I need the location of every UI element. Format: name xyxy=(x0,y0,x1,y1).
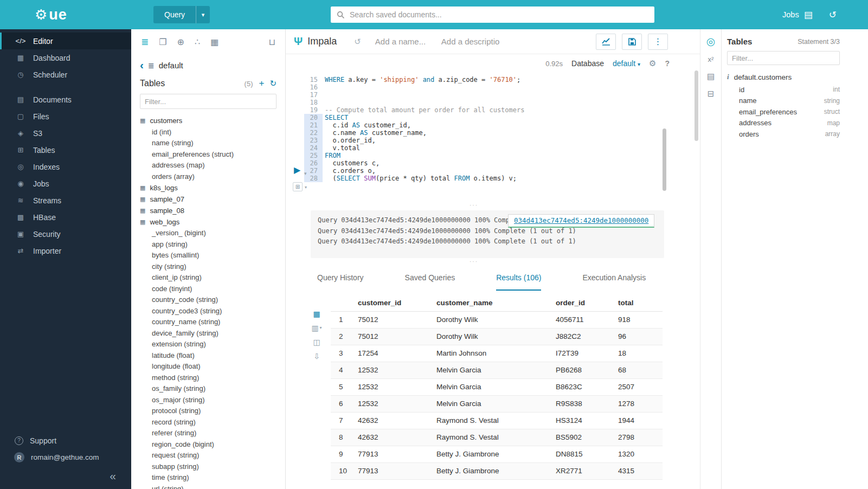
column-item[interactable]: url (string) xyxy=(140,483,277,489)
apps-grid-icon[interactable]: ▦ xyxy=(210,37,218,47)
code-line[interactable]: v.total xyxy=(323,144,360,152)
table-item-web_logs[interactable]: ▦web_logs xyxy=(140,216,277,228)
table-item-customers[interactable]: ▦customers xyxy=(140,115,277,126)
schedule-icon[interactable]: ⊟ xyxy=(708,89,715,98)
search-input[interactable] xyxy=(350,10,648,19)
sidebar-item-hbase[interactable]: ▩HBase xyxy=(0,209,131,226)
column-item[interactable]: record (string) xyxy=(140,416,277,428)
sidebar-item-dashboard[interactable]: ▦Dashboard xyxy=(0,49,131,66)
table-item-sample_08[interactable]: ▦sample_08 xyxy=(140,205,277,216)
assist-column-row[interactable]: email_preferencesstruct xyxy=(727,106,840,118)
table-row[interactable]: 977913Betty J. GiambroneDN88151320 xyxy=(331,446,663,462)
sitemap-icon[interactable]: ∴ xyxy=(195,37,200,47)
code-line[interactable]: o.order_id, xyxy=(323,137,376,144)
code-line[interactable]: customers c, xyxy=(323,159,380,167)
documents-copy-icon[interactable]: ❐ xyxy=(159,37,166,47)
zoom-in-icon[interactable]: ⊕ xyxy=(177,37,184,47)
run-query-button[interactable]: ▶ xyxy=(294,166,300,175)
hue-logo[interactable]: ⚙ ue xyxy=(35,0,67,29)
code-line[interactable]: FROM xyxy=(323,152,340,159)
code-line[interactable]: SELECT xyxy=(323,114,348,121)
column-item[interactable]: client_ip (string) xyxy=(140,272,277,284)
table-row[interactable]: 512532Melvin GarciaB8623C2507 xyxy=(331,378,663,395)
assist-column-row[interactable]: addressesmap xyxy=(727,118,840,129)
quick-query-icon[interactable]: ◎ xyxy=(706,36,716,47)
sidebar-item-editor[interactable]: </>Editor xyxy=(0,33,131,49)
sidebar-item-tables[interactable]: ⊞Tables xyxy=(0,141,131,158)
snippet-settings-button[interactable]: ⊞ xyxy=(293,182,303,191)
query-description-input[interactable] xyxy=(441,37,500,46)
editor-scrollbar[interactable] xyxy=(663,128,666,191)
more-actions-button[interactable]: ⋮ xyxy=(648,34,668,50)
code-line[interactable] xyxy=(323,99,329,106)
column-item[interactable]: device_family (string) xyxy=(140,327,277,339)
tab-saved-queries[interactable]: Saved Queries xyxy=(405,273,455,291)
databases-source-icon[interactable]: ≣ xyxy=(141,36,149,48)
log-resize-handle-bottom[interactable]: ··· xyxy=(286,260,662,263)
back-chevron-icon[interactable]: ‹ xyxy=(140,61,144,70)
column-item[interactable]: id (int) xyxy=(140,126,277,138)
tab-results-106[interactable]: Results (106) xyxy=(496,273,541,291)
column-item[interactable]: country_code (string) xyxy=(140,294,277,306)
column-item[interactable]: orders (array) xyxy=(140,171,277,182)
snippet-settings-caret[interactable]: ▾ xyxy=(305,185,307,190)
column-item[interactable]: country_code3 (string) xyxy=(140,305,277,317)
sidebar-item-scheduler[interactable]: ◷Scheduler xyxy=(0,66,131,83)
assist-column-row[interactable]: ordersarray xyxy=(727,128,840,140)
run-options-caret[interactable]: ▾ xyxy=(304,171,307,176)
assist-column-row[interactable]: idint xyxy=(727,84,840,95)
query-history-icon[interactable]: ↺ xyxy=(354,37,361,47)
database-select[interactable]: default ▾ xyxy=(613,59,640,68)
code-line[interactable]: c.id AS customer_id, xyxy=(323,121,411,129)
tab-execution-analysis[interactable]: Execution Analysis xyxy=(582,273,646,291)
functions-icon[interactable]: x² xyxy=(708,56,714,63)
query-name-input[interactable] xyxy=(375,37,427,46)
columns-view-icon[interactable]: ◫ xyxy=(313,338,320,346)
chart-view-button[interactable]: ▥▾ xyxy=(311,324,322,332)
chart-button[interactable] xyxy=(596,34,616,50)
column-item[interactable]: referer (string) xyxy=(140,428,277,439)
table-row[interactable]: 175012Dorothy Wilk4056711918 xyxy=(331,311,663,328)
column-item[interactable]: bytes (smallint) xyxy=(140,250,277,261)
download-icon[interactable]: ⇩ xyxy=(313,352,320,360)
jobs-link[interactable]: Jobs ▤ xyxy=(782,9,813,21)
sidebar-item-jobs[interactable]: ◉Jobs xyxy=(0,175,131,192)
table-row[interactable]: 275012Dorothy WilkJ882C296 xyxy=(331,328,663,345)
column-item[interactable]: email_preferences (struct) xyxy=(140,149,277,160)
column-item[interactable]: os_family (string) xyxy=(140,383,277,395)
assist-filter-input[interactable] xyxy=(727,51,840,65)
settings-gear-icon[interactable]: ⚙ xyxy=(649,59,656,68)
code-line[interactable]: c.name AS customer_name, xyxy=(323,129,427,137)
table-item-k8s_logs[interactable]: ▦k8s_logs xyxy=(140,182,277,194)
column-item[interactable]: city (string) xyxy=(140,261,277,272)
main-scrollbar[interactable] xyxy=(695,70,698,141)
column-item[interactable]: protocol (string) xyxy=(140,406,277,417)
log-resize-handle-top[interactable]: ··· xyxy=(286,204,662,207)
code-line[interactable]: WHERE a.key = 'shipping' and a.zip_code … xyxy=(323,76,520,83)
column-item[interactable]: latitude (float) xyxy=(140,350,277,361)
column-item[interactable]: addresses (map) xyxy=(140,160,277,171)
refresh-icon[interactable]: ↻ xyxy=(269,79,277,88)
column-item[interactable]: subapp (string) xyxy=(140,461,277,472)
code-line[interactable]: -- Compute total amount per order for al… xyxy=(323,106,524,114)
history-icon[interactable]: ↺ xyxy=(829,9,837,21)
column-item[interactable]: request (string) xyxy=(140,450,277,461)
bag-icon[interactable]: ⊔ xyxy=(269,37,275,47)
code-line[interactable]: c.orders o, xyxy=(323,167,376,175)
column-item[interactable]: longitude (float) xyxy=(140,361,277,372)
table-row[interactable]: 412532Melvin GarciaPB626868 xyxy=(331,362,663,378)
column-item[interactable]: name (string) xyxy=(140,138,277,149)
collapse-sidebar-icon[interactable]: « xyxy=(110,470,116,481)
assist-active-table[interactable]: i default.customers xyxy=(727,73,840,81)
sidebar-item-s3[interactable]: ◈S3 xyxy=(0,125,131,141)
assist-column-row[interactable]: namestring xyxy=(727,95,840,107)
add-table-icon[interactable]: + xyxy=(259,78,264,89)
table-row[interactable]: 1077913Betty J. GiambroneXR27714315 xyxy=(331,462,663,479)
column-item[interactable]: extension (string) xyxy=(140,339,277,350)
sidebar-item-documents[interactable]: ▤Documents xyxy=(0,91,131,108)
query-id-tooltip[interactable]: 034d413ec7474ed5:4249de1000000000 xyxy=(508,214,654,228)
help-icon[interactable]: ? xyxy=(665,59,670,68)
code-line[interactable] xyxy=(323,83,329,91)
table-row[interactable]: 317254Martin JohnsonI72T3918 xyxy=(331,345,663,362)
code-line[interactable] xyxy=(323,91,329,99)
